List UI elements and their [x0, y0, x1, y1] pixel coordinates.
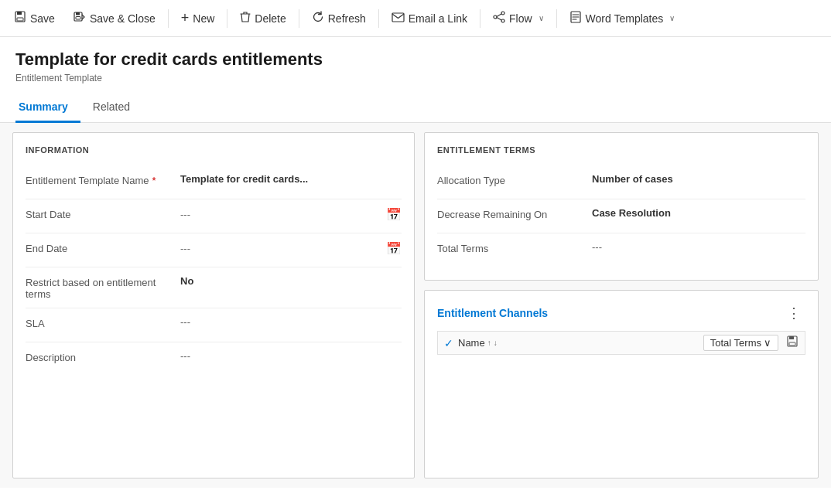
field-row-start-date: Start Date --- 📅 — [26, 199, 402, 233]
field-label-decrease-remaining: Decrease Remaining On — [437, 207, 592, 220]
content-area: INFORMATION Entitlement Template Name * … — [0, 123, 831, 488]
tab-related[interactable]: Related — [90, 93, 142, 123]
field-value-end-date: --- 📅 — [180, 241, 402, 256]
right-panels: ENTITLEMENT TERMS Allocation Type Number… — [424, 132, 819, 478]
separator-3 — [299, 9, 299, 28]
field-value-start-date: --- 📅 — [180, 207, 402, 222]
field-label-template-name: Entitlement Template Name * — [26, 173, 180, 186]
field-label-allocation-type: Allocation Type — [437, 173, 592, 186]
svg-point-8 — [501, 12, 504, 15]
page-title: Template for credit cards entitlements — [15, 49, 816, 70]
word-templates-label: Word Templates — [586, 12, 664, 25]
separator-5 — [480, 9, 480, 28]
word-templates-dropdown-arrow: ∨ — [669, 14, 675, 22]
sort-up-icon: ↑ — [487, 339, 491, 347]
page-subtitle: Entitlement Template — [15, 73, 816, 83]
field-label-description: Description — [26, 350, 180, 363]
save-label: Save — [30, 12, 55, 25]
separator-6 — [556, 9, 557, 28]
field-row-sla: SLA --- — [26, 308, 402, 342]
separator-4 — [378, 9, 379, 28]
save-icon — [14, 11, 26, 26]
flow-dropdown-arrow: ∨ — [539, 14, 544, 22]
svg-rect-2 — [17, 18, 23, 21]
refresh-icon — [312, 11, 324, 26]
svg-rect-12 — [789, 336, 794, 339]
toolbar: Save Save & Close + New Delete Refresh E… — [0, 0, 831, 37]
field-value-allocation-type[interactable]: Number of cases — [592, 173, 805, 185]
required-star: * — [152, 175, 156, 186]
svg-rect-4 — [76, 12, 80, 15]
svg-rect-6 — [392, 13, 404, 22]
entitlement-terms-title: ENTITLEMENT TERMS — [437, 145, 805, 155]
information-title: INFORMATION — [26, 145, 402, 155]
refresh-label: Refresh — [328, 12, 366, 25]
field-row-decrease-remaining: Decrease Remaining On Case Resolution — [437, 199, 805, 233]
field-value-template-name[interactable]: Template for credit cards... — [180, 173, 402, 185]
field-row-total-terms: Total Terms --- — [437, 233, 805, 267]
information-panel: INFORMATION Entitlement Template Name * … — [12, 132, 415, 478]
field-label-end-date: End Date — [26, 241, 180, 254]
flow-icon — [493, 11, 505, 26]
start-date-calendar-icon[interactable]: 📅 — [386, 207, 402, 222]
field-label-total-terms: Total Terms — [437, 241, 592, 254]
field-value-sla[interactable]: --- — [180, 316, 402, 328]
email-icon — [392, 12, 405, 25]
save-grid-icon[interactable] — [786, 335, 799, 351]
svg-point-7 — [494, 15, 497, 19]
field-label-sla: SLA — [26, 316, 180, 329]
total-terms-column-dropdown[interactable]: Total Terms ∨ — [703, 335, 778, 351]
delete-icon — [240, 11, 251, 26]
channels-header: Entitlement Channels ⋮ — [437, 303, 805, 323]
channels-menu-button[interactable]: ⋮ — [782, 303, 805, 323]
flow-label: Flow — [509, 12, 532, 25]
channels-title: Entitlement Channels — [437, 307, 548, 319]
separator-2 — [227, 9, 227, 28]
field-row-restrict: Restrict based on entitlement terms No — [26, 267, 402, 308]
check-icon: ✓ — [444, 337, 453, 349]
field-label-restrict: Restrict based on entitlement terms — [26, 275, 180, 300]
email-link-button[interactable]: Email a Link — [384, 7, 475, 29]
new-button[interactable]: + New — [173, 5, 223, 31]
separator-1 — [168, 9, 169, 28]
entitlement-terms-panel: ENTITLEMENT TERMS Allocation Type Number… — [424, 132, 819, 281]
name-column-label: Name — [458, 337, 485, 349]
svg-rect-5 — [76, 17, 80, 20]
delete-button[interactable]: Delete — [232, 6, 293, 30]
field-row-description: Description --- — [26, 342, 402, 376]
field-value-restrict[interactable]: No — [180, 275, 402, 287]
flow-button[interactable]: Flow ∨ — [485, 6, 552, 30]
svg-point-9 — [501, 19, 504, 22]
save-close-label: Save & Close — [90, 12, 156, 25]
save-close-button[interactable]: Save & Close — [66, 6, 163, 30]
new-label: New — [193, 12, 214, 25]
save-close-icon — [74, 11, 86, 26]
tabs-container: Summary Related — [0, 93, 831, 123]
svg-rect-13 — [789, 342, 795, 346]
total-terms-dropdown-arrow: ∨ — [764, 337, 771, 349]
field-value-description[interactable]: --- — [180, 350, 402, 362]
field-label-start-date: Start Date — [26, 207, 180, 220]
page-header: Template for credit cards entitlements E… — [0, 37, 831, 83]
name-column-sort[interactable]: Name ↑ ↓ — [458, 337, 699, 349]
field-row-allocation-type: Allocation Type Number of cases — [437, 165, 805, 199]
field-row-template-name: Entitlement Template Name * Template for… — [26, 165, 402, 199]
field-value-decrease-remaining[interactable]: Case Resolution — [592, 207, 805, 219]
new-icon: + — [181, 10, 190, 26]
tab-summary[interactable]: Summary — [15, 93, 80, 123]
save-button[interactable]: Save — [6, 6, 63, 30]
field-row-end-date: End Date --- 📅 — [26, 233, 402, 267]
refresh-button[interactable]: Refresh — [304, 6, 374, 30]
total-terms-column-label: Total Terms — [710, 337, 761, 349]
field-value-total-terms[interactable]: --- — [592, 241, 805, 253]
delete-label: Delete — [255, 12, 286, 25]
svg-rect-1 — [17, 12, 22, 15]
word-templates-icon — [569, 11, 582, 26]
entitlement-channels-panel: Entitlement Channels ⋮ ✓ Name ↑ ↓ Total … — [424, 290, 819, 478]
word-templates-button[interactable]: Word Templates ∨ — [562, 6, 683, 30]
sort-down-icon: ↓ — [494, 339, 498, 347]
email-link-label: Email a Link — [409, 12, 467, 25]
end-date-calendar-icon[interactable]: 📅 — [386, 241, 402, 256]
channels-toolbar: ✓ Name ↑ ↓ Total Terms ∨ — [437, 331, 805, 355]
